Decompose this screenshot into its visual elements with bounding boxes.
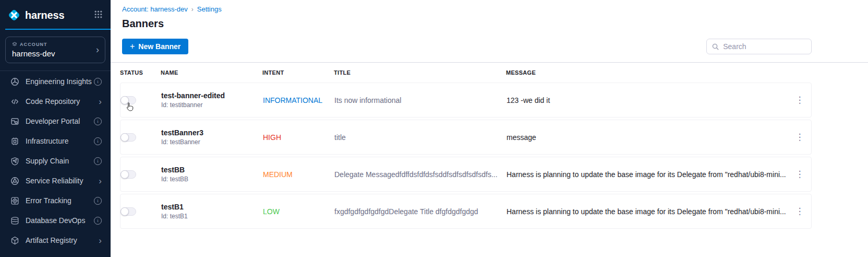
sidebar-item-supply-chain[interactable]: Supply Chain i [0,151,111,171]
banner-name: testBB [161,166,263,175]
page-title: Banners [122,18,855,30]
account-layers-icon [12,42,17,47]
toolbar: + New Banner [111,30,868,63]
engineering-insights-icon [10,77,19,86]
supply-chain-icon [10,157,19,166]
accent-underline [5,29,111,30]
logo-text: harness [25,9,64,21]
app-grid-icon[interactable] [94,10,102,20]
info-icon[interactable]: i [94,118,102,125]
intent-badge: HIGH [263,133,334,142]
account-name: harness-dev [12,49,90,58]
sidebar-item-label: Service Reliability [26,177,83,185]
sidebar-nav: Engineering Insights i Code Repository ›… [0,71,111,250]
column-header-title: TITLE [334,69,506,76]
sidebar-item-label: Code Repository [26,97,80,106]
banner-title: Its now informational [334,96,507,104]
page-header: Account: harness-dev › Settings Banners [111,0,868,30]
sidebar-item-developer-portal[interactable]: Developer Portal i [0,111,111,131]
sidebar-item-database-devops[interactable]: Database DevOps i [0,211,111,230]
banner-message: 123 -we did it [507,96,788,104]
column-header-status: STATUS [120,69,161,76]
chevron-right-icon: › [99,177,102,185]
database-devops-icon [10,216,19,225]
column-header-intent: INTENT [262,69,334,76]
error-tracking-icon [10,196,19,205]
plus-icon: + [130,42,135,51]
intent-badge: LOW [263,207,334,216]
banner-name: test-banner-edited [161,91,263,101]
sidebar-item-engineering-insights[interactable]: Engineering Insights i [0,72,111,91]
banner-id: Id: testBB [161,176,263,183]
kebab-menu-icon[interactable]: ⋮ [792,131,807,144]
sidebar-item-artifact-registry[interactable]: Artifact Registry › [0,230,111,250]
sidebar-item-label: Supply Chain [26,157,69,165]
sidebar-item-label: Engineering Insights [26,77,92,86]
banners-table: STATUS NAME INTENT TITLE MESSAGE test-ba… [111,63,868,229]
table-row[interactable]: testBB Id: testBB MEDIUM Delegate Messag… [120,157,812,192]
new-banner-label: New Banner [138,42,180,51]
sidebar-item-code-repository[interactable]: Code Repository › [0,91,111,111]
account-label: ACCOUNT [20,42,47,47]
column-header-name: NAME [161,69,262,76]
banner-name: testBanner3 [161,128,263,138]
status-toggle[interactable] [120,207,136,216]
developer-portal-icon [10,117,19,126]
intent-badge: MEDIUM [263,170,334,179]
breadcrumb-separator: › [191,6,194,13]
info-icon[interactable]: i [94,197,102,205]
info-icon[interactable]: i [94,157,102,165]
kebab-menu-icon[interactable]: ⋮ [792,205,807,218]
table-row[interactable]: testBanner3 Id: testBanner HIGH title me… [120,120,812,155]
status-toggle[interactable] [120,96,136,104]
sidebar-item-infrastructure[interactable]: Infrastructure i [0,131,111,151]
sidebar-item-label: Artifact Registry [26,236,77,244]
banner-title: title [334,133,507,142]
chevron-right-icon: › [99,236,102,245]
search-box[interactable] [706,39,812,54]
banner-id: Id: testBanner [161,138,263,146]
intent-badge: INFORMATIONAL [263,96,334,104]
breadcrumb: Account: harness-dev › Settings [122,5,855,13]
banner-message: message [507,133,788,142]
sidebar-item-label: Database DevOps [26,216,85,225]
search-input[interactable] [723,42,806,51]
service-reliability-icon [10,177,19,185]
banner-id: Id: testitbanner [161,101,263,109]
banner-message: Harness is planning to update the base i… [507,207,788,216]
info-icon[interactable]: i [94,78,102,86]
status-toggle[interactable] [120,133,136,142]
table-header-row: STATUS NAME INTENT TITLE MESSAGE [120,63,812,83]
chevron-right-icon: › [99,97,102,106]
banner-message: Harness is planning to update the base i… [507,170,788,179]
status-toggle[interactable] [120,170,136,179]
banner-title: fxgdfgdfgdfgdfgdDelegate Title dfgfdgdfg… [334,207,507,216]
harness-logo-icon [7,8,21,22]
code-repository-icon [10,97,19,106]
new-banner-button[interactable]: + New Banner [122,39,188,54]
sidebar-item-error-tracking[interactable]: Error Tracking i [0,191,111,211]
table-row[interactable]: testB1 Id: testB1 LOW fxgdfgdfgdfgdfgdDe… [120,194,812,229]
kebab-menu-icon[interactable]: ⋮ [792,168,807,181]
account-selector[interactable]: ACCOUNT harness-dev › [5,37,105,63]
search-icon [712,43,719,51]
infrastructure-icon [10,137,19,146]
sidebar-item-label: Infrastructure [26,137,68,145]
breadcrumb-account-link[interactable]: Account: harness-dev [122,5,188,13]
info-icon[interactable]: i [94,217,102,225]
banner-id: Id: testB1 [161,213,263,220]
info-icon[interactable]: i [94,137,102,145]
sidebar-item-label: Developer Portal [26,117,80,125]
banner-name: testB1 [161,203,263,212]
sidebar-item-service-reliability[interactable]: Service Reliability › [0,171,111,191]
artifact-registry-icon [10,236,19,245]
breadcrumb-settings-link[interactable]: Settings [197,5,222,13]
main-content: Account: harness-dev › Settings Banners … [111,0,868,229]
chevron-right-icon: › [96,44,99,55]
column-header-message: MESSAGE [506,69,789,76]
sidebar-item-label: Error Tracking [26,196,71,205]
kebab-menu-icon[interactable]: ⋮ [792,94,807,107]
sidebar: harness ACCOUNT harness-dev › [0,0,111,257]
table-row[interactable]: test-banner-edited Id: testitbanner INFO… [120,83,812,118]
banner-title: Delegate Messagedfdffdsfdfdsfsddfsdfsdfs… [334,170,507,179]
